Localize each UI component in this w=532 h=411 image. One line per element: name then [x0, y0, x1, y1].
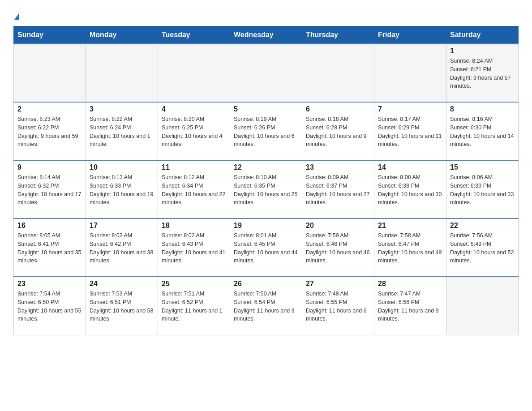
- calendar-header: SundayMondayTuesdayWednesdayThursdayFrid…: [14, 26, 519, 44]
- calendar-cell: 20Sunrise: 7:59 AM Sunset: 6:46 PM Dayli…: [302, 218, 374, 277]
- day-number: 18: [162, 222, 226, 230]
- day-info: Sunrise: 8:03 AM Sunset: 6:42 PM Dayligh…: [90, 231, 154, 265]
- calendar-cell: 22Sunrise: 7:56 AM Sunset: 6:49 PM Dayli…: [446, 218, 519, 277]
- header-cell-tuesday: Tuesday: [158, 26, 230, 44]
- calendar-cell: 18Sunrise: 8:02 AM Sunset: 6:43 PM Dayli…: [158, 218, 230, 277]
- day-number: 9: [17, 163, 82, 171]
- calendar-cell: 25Sunrise: 7:51 AM Sunset: 6:52 PM Dayli…: [158, 277, 230, 335]
- day-number: 22: [450, 222, 515, 230]
- calendar-week-2: 2Sunrise: 8:23 AM Sunset: 6:22 PM Daylig…: [14, 102, 519, 160]
- day-number: 7: [378, 105, 442, 113]
- calendar-cell: 28Sunrise: 7:47 AM Sunset: 6:56 PM Dayli…: [374, 277, 446, 335]
- day-number: 28: [378, 280, 442, 288]
- calendar-cell: 3Sunrise: 8:22 AM Sunset: 6:24 PM Daylig…: [86, 102, 158, 160]
- logo-triangle-icon: [14, 13, 19, 20]
- calendar-cell: [86, 44, 158, 102]
- day-info: Sunrise: 8:17 AM Sunset: 6:29 PM Dayligh…: [378, 115, 442, 149]
- day-info: Sunrise: 8:22 AM Sunset: 6:24 PM Dayligh…: [90, 115, 154, 149]
- day-number: 15: [450, 163, 515, 171]
- calendar-cell: 23Sunrise: 7:54 AM Sunset: 6:50 PM Dayli…: [14, 277, 86, 335]
- calendar-table: SundayMondayTuesdayWednesdayThursdayFrid…: [13, 26, 519, 335]
- day-number: 12: [234, 163, 298, 171]
- day-number: 5: [234, 105, 298, 113]
- day-number: 10: [90, 163, 154, 171]
- day-info: Sunrise: 8:13 AM Sunset: 6:33 PM Dayligh…: [90, 173, 154, 207]
- day-number: 8: [450, 105, 515, 113]
- header-cell-sunday: Sunday: [14, 26, 86, 44]
- calendar-week-1: 1Sunrise: 8:24 AM Sunset: 6:21 PM Daylig…: [14, 44, 519, 102]
- day-info: Sunrise: 7:53 AM Sunset: 6:51 PM Dayligh…: [90, 290, 154, 323]
- logo-general-line: [13, 9, 19, 21]
- calendar-cell: [158, 44, 230, 102]
- calendar-cell: 16Sunrise: 8:05 AM Sunset: 6:41 PM Dayli…: [14, 218, 86, 277]
- day-number: 6: [306, 105, 370, 113]
- calendar-cell: 1Sunrise: 8:24 AM Sunset: 6:21 PM Daylig…: [446, 44, 519, 102]
- calendar-cell: 26Sunrise: 7:50 AM Sunset: 6:54 PM Dayli…: [230, 277, 302, 335]
- calendar-cell: 12Sunrise: 8:10 AM Sunset: 6:35 PM Dayli…: [230, 160, 302, 218]
- day-number: 26: [234, 280, 298, 288]
- calendar-cell: 9Sunrise: 8:14 AM Sunset: 6:32 PM Daylig…: [14, 160, 86, 218]
- day-info: Sunrise: 7:54 AM Sunset: 6:50 PM Dayligh…: [17, 290, 82, 323]
- header-cell-thursday: Thursday: [302, 26, 374, 44]
- day-info: Sunrise: 8:20 AM Sunset: 6:25 PM Dayligh…: [162, 115, 226, 149]
- calendar-cell: 8Sunrise: 8:16 AM Sunset: 6:30 PM Daylig…: [446, 102, 519, 160]
- page-header: [13, 9, 519, 21]
- day-info: Sunrise: 8:19 AM Sunset: 6:26 PM Dayligh…: [234, 115, 298, 149]
- day-info: Sunrise: 8:10 AM Sunset: 6:35 PM Dayligh…: [234, 173, 298, 207]
- calendar-cell: 10Sunrise: 8:13 AM Sunset: 6:33 PM Dayli…: [86, 160, 158, 218]
- day-info: Sunrise: 7:50 AM Sunset: 6:54 PM Dayligh…: [234, 290, 298, 323]
- header-row: SundayMondayTuesdayWednesdayThursdayFrid…: [14, 26, 519, 44]
- header-cell-wednesday: Wednesday: [230, 26, 302, 44]
- day-number: 19: [234, 222, 298, 230]
- calendar-cell: [230, 44, 302, 102]
- calendar-cell: 17Sunrise: 8:03 AM Sunset: 6:42 PM Dayli…: [86, 218, 158, 277]
- calendar-cell: 13Sunrise: 8:09 AM Sunset: 6:37 PM Dayli…: [302, 160, 374, 218]
- day-number: 3: [90, 105, 154, 113]
- day-number: 1: [450, 47, 515, 55]
- day-info: Sunrise: 8:12 AM Sunset: 6:34 PM Dayligh…: [162, 173, 226, 207]
- header-cell-friday: Friday: [374, 26, 446, 44]
- calendar-cell: 11Sunrise: 8:12 AM Sunset: 6:34 PM Dayli…: [158, 160, 230, 218]
- day-info: Sunrise: 8:23 AM Sunset: 6:22 PM Dayligh…: [17, 115, 82, 149]
- calendar-cell: 5Sunrise: 8:19 AM Sunset: 6:26 PM Daylig…: [230, 102, 302, 160]
- calendar-cell: 4Sunrise: 8:20 AM Sunset: 6:25 PM Daylig…: [158, 102, 230, 160]
- day-info: Sunrise: 8:01 AM Sunset: 6:45 PM Dayligh…: [234, 231, 298, 265]
- day-number: 25: [162, 280, 226, 288]
- day-number: 2: [17, 105, 82, 113]
- day-info: Sunrise: 7:47 AM Sunset: 6:56 PM Dayligh…: [378, 290, 442, 323]
- day-info: Sunrise: 7:56 AM Sunset: 6:49 PM Dayligh…: [450, 231, 515, 265]
- day-info: Sunrise: 7:58 AM Sunset: 6:47 PM Dayligh…: [378, 231, 442, 265]
- day-number: 13: [306, 163, 370, 171]
- day-info: Sunrise: 8:02 AM Sunset: 6:43 PM Dayligh…: [162, 231, 226, 265]
- calendar-cell: 2Sunrise: 8:23 AM Sunset: 6:22 PM Daylig…: [14, 102, 86, 160]
- calendar-cell: 27Sunrise: 7:48 AM Sunset: 6:55 PM Dayli…: [302, 277, 374, 335]
- day-info: Sunrise: 8:14 AM Sunset: 6:32 PM Dayligh…: [17, 173, 82, 207]
- calendar-cell: 19Sunrise: 8:01 AM Sunset: 6:45 PM Dayli…: [230, 218, 302, 277]
- day-info: Sunrise: 8:08 AM Sunset: 6:38 PM Dayligh…: [378, 173, 442, 207]
- day-info: Sunrise: 8:05 AM Sunset: 6:41 PM Dayligh…: [17, 231, 82, 265]
- day-number: 23: [17, 280, 82, 288]
- day-number: 16: [17, 222, 82, 230]
- day-info: Sunrise: 8:09 AM Sunset: 6:37 PM Dayligh…: [306, 173, 370, 207]
- calendar-week-5: 23Sunrise: 7:54 AM Sunset: 6:50 PM Dayli…: [14, 277, 519, 335]
- day-number: 17: [90, 222, 154, 230]
- calendar-cell: [446, 277, 519, 335]
- calendar-cell: [14, 44, 86, 102]
- day-info: Sunrise: 8:18 AM Sunset: 6:28 PM Dayligh…: [306, 115, 370, 149]
- calendar-cell: 21Sunrise: 7:58 AM Sunset: 6:47 PM Dayli…: [374, 218, 446, 277]
- calendar-body: 1Sunrise: 8:24 AM Sunset: 6:21 PM Daylig…: [14, 44, 519, 335]
- day-info: Sunrise: 7:59 AM Sunset: 6:46 PM Dayligh…: [306, 231, 370, 265]
- day-number: 24: [90, 280, 154, 288]
- calendar-week-4: 16Sunrise: 8:05 AM Sunset: 6:41 PM Dayli…: [14, 218, 519, 277]
- day-number: 21: [378, 222, 442, 230]
- calendar-cell: 24Sunrise: 7:53 AM Sunset: 6:51 PM Dayli…: [86, 277, 158, 335]
- calendar-cell: 14Sunrise: 8:08 AM Sunset: 6:38 PM Dayli…: [374, 160, 446, 218]
- calendar-cell: [374, 44, 446, 102]
- day-info: Sunrise: 8:06 AM Sunset: 6:39 PM Dayligh…: [450, 173, 515, 207]
- calendar-cell: 15Sunrise: 8:06 AM Sunset: 6:39 PM Dayli…: [446, 160, 519, 218]
- calendar-cell: [302, 44, 374, 102]
- day-info: Sunrise: 8:16 AM Sunset: 6:30 PM Dayligh…: [450, 115, 515, 149]
- day-info: Sunrise: 7:51 AM Sunset: 6:52 PM Dayligh…: [162, 290, 226, 323]
- day-number: 4: [162, 105, 226, 113]
- day-info: Sunrise: 7:48 AM Sunset: 6:55 PM Dayligh…: [306, 290, 370, 323]
